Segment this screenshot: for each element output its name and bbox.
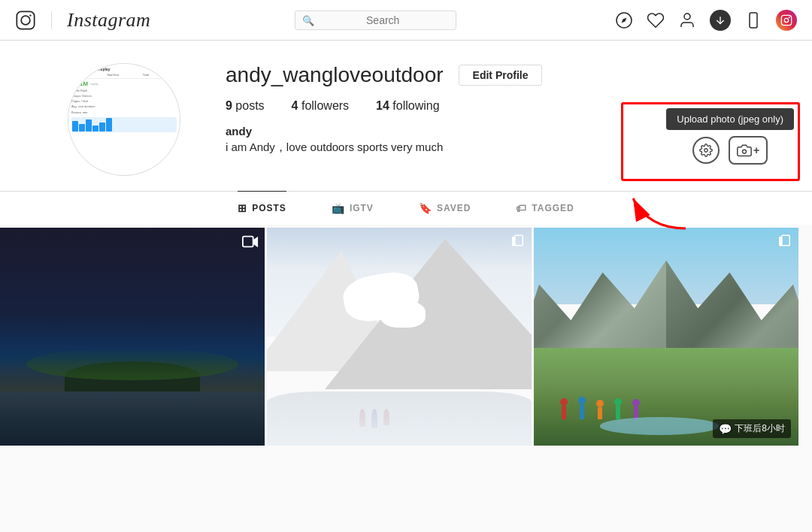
- grid-icon: ⊞: [238, 202, 247, 214]
- tab-posts-label: POSTS: [252, 203, 286, 213]
- heart-icon[interactable]: [647, 11, 665, 29]
- upload-tooltip: Upload photo (jpeg only): [666, 108, 794, 130]
- bookmark-icon: 🔖: [419, 202, 432, 214]
- svg-point-1: [21, 16, 30, 25]
- mobile-icon[interactable]: [744, 11, 762, 29]
- following-stat: 14 following: [376, 99, 440, 113]
- avatar-dashboard-image: Links, Traffic, Display Parameter Stat/V…: [68, 64, 180, 175]
- edit-profile-button[interactable]: Edit Profile: [459, 65, 543, 86]
- header-divider: [51, 11, 52, 29]
- upload-buttons-row: +: [666, 136, 794, 165]
- tabs-section: ⊞ POSTS 📺 IGTV 🔖 SAVED 🏷 TAGGED: [0, 191, 812, 225]
- svg-point-10: [789, 17, 790, 18]
- upload-annotation: Upload photo (jpeg only) +: [666, 108, 794, 165]
- search-bar[interactable]: 🔍: [295, 11, 456, 30]
- svg-rect-17: [513, 237, 515, 246]
- multi-photo-icon: [512, 234, 526, 250]
- watermark-text: 下班后8小时: [735, 422, 785, 435]
- profile-content: Links, Traffic, Display Parameter Stat/V…: [68, 63, 744, 176]
- wechat-watermark: 💬 下班后8小时: [713, 419, 791, 438]
- profile-avatar-wrap: Links, Traffic, Display Parameter Stat/V…: [68, 63, 180, 176]
- grid-item-hiking[interactable]: 💬 下班后8小时: [534, 228, 798, 446]
- svg-rect-14: [243, 237, 253, 247]
- instagram-wordmark: Instagram: [67, 9, 150, 32]
- svg-point-5: [684, 14, 690, 20]
- profile-avatar-icon[interactable]: [776, 10, 797, 31]
- tab-tagged[interactable]: 🏷 TAGGED: [516, 191, 574, 225]
- grid-section: 💬 下班后8小时: [0, 225, 812, 446]
- svg-rect-16: [515, 235, 523, 246]
- search-icon: 🔍: [302, 14, 314, 26]
- profile-username-row: andy_wangloveoutdoor Edit Profile: [226, 63, 744, 87]
- followers-stat: 4 followers: [292, 99, 350, 113]
- header-nav-icons: [615, 10, 797, 31]
- svg-point-2: [29, 14, 31, 16]
- svg-point-9: [784, 18, 788, 22]
- video-type-icon: [242, 234, 259, 253]
- posts-stat: 9 posts: [226, 99, 265, 113]
- profile-avatar: Links, Traffic, Display Parameter Stat/V…: [68, 63, 180, 176]
- compass-icon[interactable]: [615, 11, 633, 29]
- grid-item-mountain[interactable]: [267, 228, 532, 446]
- tag-icon: 🏷: [516, 202, 527, 214]
- header-logo: Instagram: [15, 9, 150, 32]
- profile-wrapper: Links, Traffic, Display Parameter Stat/V…: [0, 41, 812, 191]
- svg-rect-6: [750, 13, 757, 28]
- svg-marker-15: [253, 237, 258, 248]
- svg-rect-8: [781, 15, 791, 25]
- download-icon[interactable]: [710, 10, 731, 31]
- tab-tagged-label: TAGGED: [532, 203, 574, 213]
- settings-button[interactable]: [692, 137, 720, 164]
- multi-photo-icon-2: [779, 234, 792, 250]
- svg-point-12: [743, 150, 747, 153]
- tab-saved[interactable]: 🔖 SAVED: [419, 191, 471, 225]
- grid-item-video[interactable]: [0, 228, 265, 446]
- user-icon[interactable]: [678, 11, 696, 29]
- tab-posts[interactable]: ⊞ POSTS: [238, 191, 286, 225]
- profile-username: andy_wangloveoutdoor: [226, 63, 444, 87]
- tab-igtv[interactable]: 📺 IGTV: [332, 191, 374, 225]
- svg-rect-0: [17, 11, 34, 29]
- svg-rect-19: [780, 237, 782, 246]
- svg-rect-18: [782, 235, 790, 246]
- instagram-camera-icon: [15, 10, 36, 31]
- tab-igtv-label: IGTV: [350, 203, 374, 213]
- upload-camera-button[interactable]: +: [729, 136, 768, 165]
- search-input[interactable]: [295, 11, 456, 30]
- grid-row: 💬 下班后8小时: [0, 228, 812, 446]
- header: Instagram 🔍: [0, 0, 812, 41]
- tab-saved-label: SAVED: [437, 203, 471, 213]
- svg-marker-4: [620, 17, 628, 24]
- svg-point-11: [704, 149, 708, 153]
- igtv-icon: 📺: [332, 202, 345, 214]
